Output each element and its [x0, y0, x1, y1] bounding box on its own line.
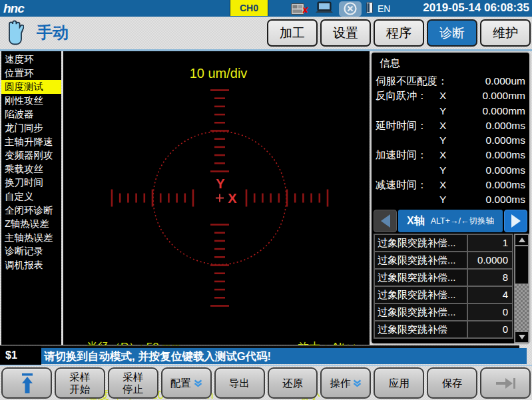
down-triangle-icon	[519, 335, 525, 339]
sidebar-item-speed-loop[interactable]: 速度环	[1, 53, 61, 67]
sampling-stop-button[interactable]: 采样 停止	[108, 367, 158, 399]
tab-program[interactable]: 程序	[374, 19, 424, 47]
info-row-accel-x: 加速时间：X0.000ms	[372, 148, 529, 162]
current-axis-label: X轴	[407, 214, 425, 228]
return-button[interactable]	[1, 367, 52, 399]
manual-mode-hand-icon	[5, 19, 24, 48]
left-arrow-icon	[381, 214, 390, 228]
next-page-button[interactable]	[480, 367, 531, 399]
compensation-param-table: 过象限突跳补偿...1 过象限突跳补偿...0.0000 过象限突跳补偿...8…	[374, 234, 513, 339]
tab-row: 手动 加工 设置 程序 诊断 维护	[0, 17, 532, 49]
next-axis-button[interactable]	[504, 210, 527, 232]
info-rows: 伺服不匹配度：0.000um 反向跃冲：X0.000mm Y0.000mm 延时…	[372, 74, 529, 208]
sidebar-item-spindle-accel[interactable]: 主轴升降速	[1, 135, 61, 149]
sidebar-item-rigid-tapping[interactable]: 刚性攻丝	[1, 94, 61, 108]
tab-maintenance[interactable]: 维护	[480, 19, 531, 47]
top-bar: hnc CH0 ✘ EN 2019-05-14 06:08:35	[0, 0, 532, 17]
restore-button[interactable]: 还原	[268, 367, 318, 399]
info-row-servo-mismatch: 伺服不匹配度：0.000um	[372, 74, 529, 89]
scroll-down-button[interactable]	[515, 331, 529, 343]
channel-badge: CH0	[230, 0, 268, 16]
info-row-decel-y: Y0.000ms	[372, 192, 529, 207]
axis-switch-hint: ALT+→/←切换轴	[431, 216, 494, 227]
sidebar-item-spindle-thermal-error[interactable]: 主轴热误差	[1, 231, 61, 245]
axis-switcher: X轴 ALT+→/←切换轴	[374, 210, 527, 232]
language-indicator: EN	[378, 3, 390, 14]
next-page-arrow-icon	[493, 377, 517, 390]
sidebar-item-custom[interactable]: 自定义	[1, 190, 61, 204]
sidebar-item-gantry-sync[interactable]: 龙门同步	[1, 121, 61, 135]
manual-book-icon	[366, 2, 373, 16]
operate-button[interactable]: 操作	[320, 367, 371, 399]
diagnostic-menu: 速度环 位置环 圆度测试 刚性攻丝 陷波器 龙门同步 主轴升降速 变频器刚攻 乘…	[1, 51, 61, 345]
sidebar-item-circularity-test[interactable]: 圆度测试	[1, 80, 61, 94]
sidebar-item-z-thermal-error[interactable]: Z轴热误差	[1, 217, 61, 231]
info-row-delay-x: 延时时间：X0.000ms	[372, 118, 529, 133]
scrollbar-thumb[interactable]	[515, 246, 529, 284]
configure-button[interactable]: 配置	[161, 367, 212, 399]
tab-machining[interactable]: 加工	[267, 19, 318, 47]
sidebar-item-tuning-report[interactable]: 调机报表	[1, 258, 61, 272]
apply-button[interactable]: 应用	[374, 367, 424, 399]
up-triangle-icon	[519, 238, 525, 242]
status-row: $1 请切换到自动模式, 并按复位键载入测试G代码!	[0, 345, 532, 365]
mode-label: 手动	[37, 22, 69, 43]
status-message: 请切换到自动模式, 并按复位键载入测试G代码!	[41, 348, 527, 364]
right-arrow-icon	[511, 214, 521, 228]
x-axis-label: X	[228, 191, 237, 206]
chevron-down-icon	[353, 379, 362, 387]
y-axis-label: Y	[216, 176, 225, 191]
scroll-up-button[interactable]	[515, 234, 529, 246]
alarm-cancel-icon	[339, 1, 362, 17]
info-panel-title: 信息	[380, 57, 400, 71]
sidebar-item-tool-change-time[interactable]: 换刀时间	[1, 176, 61, 190]
info-row-accel-y: Y0.000ms	[372, 163, 529, 178]
info-panel: 信息 伺服不匹配度：0.000um 反向跃冲：X0.000mm Y0.000mm…	[370, 51, 531, 345]
axis-switcher-bar: X轴 ALT+→/←切换轴	[398, 210, 503, 232]
info-row-delay-y: Y0.000ms	[372, 133, 529, 148]
datetime-display: 2019-05-14 06:08:35	[423, 1, 529, 15]
table-row[interactable]: 过象限突跳补偿...8	[374, 268, 513, 287]
sidebar-item-notch-filter[interactable]: 陷波器	[1, 107, 61, 121]
sampling-start-button[interactable]: 采样 开始	[55, 367, 105, 399]
hnc-diagnostic-screen: hnc CH0 ✘ EN 2019-05-14 06:08:35 手动 加工	[0, 0, 532, 400]
table-row[interactable]: 过象限突跳补偿...1	[374, 234, 513, 252]
sidebar-item-load-tapping[interactable]: 乘载攻丝	[1, 162, 61, 176]
plot-canvas: 10 um/div Y X	[63, 51, 370, 345]
sidebar-item-position-loop[interactable]: 位置环	[1, 67, 61, 81]
status-icon-cluster: ✘ EN	[291, 1, 390, 16]
table-row[interactable]: 过象限突跳补偿...0	[374, 303, 513, 321]
circularity-plot: 10 um/div Y X 半径（R）: 50 mm 速度（F）: 1200 m…	[63, 51, 370, 345]
tab-diagnosis[interactable]: 诊断	[427, 19, 477, 47]
return-up-arrow-icon	[18, 372, 35, 395]
machine-status-icon: ✘	[291, 3, 310, 15]
info-row-decel-x: 减速时间：X0.000ms	[372, 178, 529, 192]
save-button[interactable]: 保存	[427, 367, 477, 399]
table-row[interactable]: 过象限突跳补偿0	[374, 320, 513, 339]
hnc-logo: hnc	[3, 1, 24, 16]
laptop-icon	[314, 1, 334, 17]
channel-indicator: $1	[0, 345, 41, 365]
table-row[interactable]: 过象限突跳补偿...4	[374, 286, 513, 304]
table-scrollbar[interactable]	[514, 234, 529, 343]
prev-axis-button[interactable]	[374, 210, 397, 232]
tab-settings[interactable]: 设置	[320, 19, 371, 47]
sidebar-item-inverter-tapping[interactable]: 变频器刚攻	[1, 148, 61, 162]
info-row-backlash-y: Y0.000mm	[372, 104, 529, 118]
chevron-down-icon	[194, 379, 202, 387]
info-row-backlash-x: 反向跃冲：X0.000mm	[372, 89, 529, 103]
sidebar-item-closed-loop-diag[interactable]: 全闭环诊断	[1, 204, 61, 218]
export-button[interactable]: 导出	[214, 367, 265, 399]
scale-label: 10 um/div	[190, 66, 248, 81]
sidebar-item-diagnosis-record[interactable]: 诊断记录	[1, 244, 61, 258]
disconnected-x-icon: ✘	[302, 7, 309, 14]
softkey-toolbar: 采样 开始 采样 停止 配置 导出 还原 操作 应用 保存	[0, 365, 532, 400]
center-cross-marker	[216, 194, 224, 202]
table-row[interactable]: 过象限突跳补偿...0.0000	[374, 251, 513, 270]
